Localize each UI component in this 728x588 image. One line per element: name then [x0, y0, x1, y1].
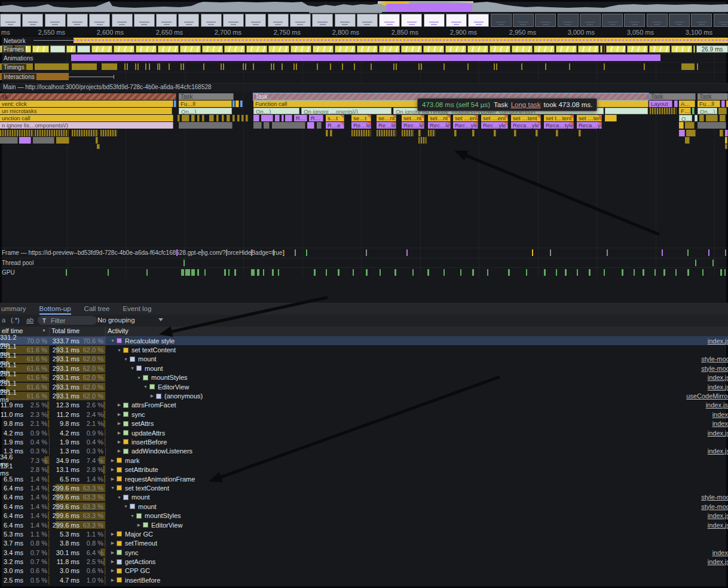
- flame-event-bar[interactable]: On ignore …onents\/): [301, 108, 391, 114]
- gpu-activity-mark[interactable]: [204, 269, 206, 276]
- table-row[interactable]: 11.9 ms2.5 %12.3 ms2.6 %▶attrsFromFaceti…: [0, 401, 728, 410]
- expand-icon[interactable]: ▶: [148, 394, 156, 398]
- flame-event-bar[interactable]: vent: click: [0, 100, 173, 107]
- filmstrip-thumbnail[interactable]: [89, 14, 110, 27]
- collapse-icon[interactable]: ▼: [109, 486, 117, 490]
- flame-event-bar[interactable]: Layout: [649, 100, 672, 107]
- gpu-activity-mark[interactable]: [654, 269, 656, 276]
- expand-icon[interactable]: ▶: [109, 532, 117, 537]
- timing-mark[interactable]: [145, 63, 146, 70]
- frame-block[interactable]: [202, 45, 223, 53]
- network-request-bar[interactable]: [74, 38, 728, 43]
- frame-block[interactable]: [114, 45, 134, 53]
- flame-event-bar[interactable]: [685, 137, 690, 144]
- table-row[interactable]: 13.1 ms2.8 %13.1 ms2.8 %▶setAttribute: [0, 465, 728, 474]
- flame-event-bar[interactable]: [191, 115, 195, 121]
- flame-event-bar[interactable]: On…): [698, 108, 717, 114]
- frame-block[interactable]: [290, 45, 311, 53]
- flame-event-bar[interactable]: [650, 108, 677, 114]
- flame-event-bar[interactable]: [514, 130, 516, 136]
- flame-event-bar[interactable]: [240, 100, 243, 107]
- gpu-activity-mark[interactable]: [427, 269, 429, 276]
- timing-mark[interactable]: [342, 63, 343, 70]
- flame-event-bar[interactable]: [179, 122, 233, 129]
- table-row[interactable]: 5.3 ms1.1 %5.3 ms1.1 %▶Major GC: [0, 529, 728, 538]
- flame-event-bar[interactable]: [222, 115, 224, 121]
- timing-mark[interactable]: [494, 63, 495, 70]
- flame-event-bar[interactable]: [377, 130, 396, 136]
- timing-mark[interactable]: [124, 63, 126, 70]
- timing-mark[interactable]: [421, 63, 422, 70]
- filmstrip[interactable]: [0, 14, 728, 28]
- expand-icon[interactable]: ▶: [115, 403, 123, 407]
- frame-block[interactable]: [445, 45, 466, 53]
- regex-icon[interactable]: (.*): [11, 316, 20, 324]
- collapse-icon[interactable]: ▼: [122, 504, 130, 508]
- filmstrip-thumbnail[interactable]: [580, 14, 601, 27]
- frame-track-mark[interactable]: [306, 249, 307, 256]
- gpu-activity-mark[interactable]: [366, 269, 368, 276]
- flame-event-bar[interactable]: [97, 144, 100, 149]
- flame-event-bar[interactable]: [686, 130, 696, 136]
- table-row[interactable]: 6.5 ms1.4 %6.5 ms1.4 %▶requestAnimationF…: [0, 474, 728, 483]
- gpu-activity-mark[interactable]: [272, 269, 274, 276]
- timing-mark[interactable]: [697, 63, 698, 70]
- frame-track-mark[interactable]: [708, 249, 709, 256]
- filmstrip-thumbnail[interactable]: [691, 14, 712, 27]
- timing-mark[interactable]: [317, 63, 318, 70]
- flame-event-bar[interactable]: [699, 115, 704, 121]
- filmstrip-thumbnail[interactable]: [290, 14, 311, 27]
- source-link[interactable]: index.js: [708, 447, 728, 455]
- timing-mark[interactable]: [545, 63, 546, 70]
- table-row[interactable]: 3.4 ms0.7 %30.1 ms6.4 %▶syncindex.: [0, 548, 728, 557]
- frame-block[interactable]: [50, 45, 65, 53]
- timing-mark[interactable]: [181, 63, 182, 70]
- expand-icon[interactable]: ▶: [109, 568, 117, 573]
- gpu-activity-mark[interactable]: [234, 269, 236, 276]
- gpu-activity-mark[interactable]: [460, 269, 461, 276]
- flame-event-bar[interactable]: set …ent: [453, 115, 478, 121]
- frame-block[interactable]: [649, 45, 670, 53]
- expand-icon[interactable]: ▶: [115, 431, 123, 435]
- flame-event-bar[interactable]: A…: [679, 100, 695, 107]
- gpu-activity-mark[interactable]: [565, 269, 567, 276]
- table-row[interactable]: 1.3 ms0.3 %1.3 ms0.3 %▶addWindowListener…: [0, 447, 728, 456]
- frame-track-mark[interactable]: [251, 249, 252, 256]
- collapse-icon[interactable]: ▼: [109, 339, 117, 343]
- flame-event-bar[interactable]: [698, 122, 726, 129]
- frame-block[interactable]: [423, 45, 444, 53]
- expand-icon[interactable]: ▶: [109, 550, 117, 555]
- filmstrip-thumbnail[interactable]: [156, 14, 177, 27]
- table-row[interactable]: 6.4 ms1.4 %299.6 ms63.3 %▼mountstyle-mod: [0, 493, 728, 502]
- timing-mark[interactable]: [418, 63, 420, 70]
- filmstrip-thumbnail[interactable]: [491, 14, 512, 27]
- gpu-activity-mark[interactable]: [443, 269, 445, 276]
- timing-mark[interactable]: [443, 63, 445, 70]
- gpu-activity-mark[interactable]: [185, 269, 190, 276]
- flame-event-bar[interactable]: [351, 130, 371, 136]
- task-bar[interactable]: sk: [0, 93, 176, 100]
- frame-block[interactable]: [600, 45, 602, 53]
- flame-event-bar[interactable]: Rec…le: [428, 122, 451, 129]
- flame-event-bar[interactable]: [472, 130, 475, 136]
- filmstrip-thumbnail[interactable]: [335, 14, 356, 27]
- expand-icon[interactable]: ▶: [115, 449, 123, 453]
- flame-event-bar[interactable]: [233, 115, 235, 121]
- task-bar[interactable]: Task: [649, 93, 696, 100]
- gpu-activity-mark[interactable]: [224, 269, 226, 276]
- frame-block[interactable]: [578, 45, 599, 53]
- filmstrip-thumbnail[interactable]: [513, 14, 534, 27]
- filmstrip-thumbnail[interactable]: [535, 14, 556, 27]
- timing-mark[interactable]: [644, 63, 645, 70]
- flame-event-bar[interactable]: On…): [179, 108, 232, 114]
- timing-mark[interactable]: [137, 63, 139, 70]
- timing-mark[interactable]: [604, 63, 605, 70]
- gpu-activity-mark[interactable]: [589, 269, 591, 276]
- flame-event-bar[interactable]: [692, 108, 695, 114]
- flame-event-bar[interactable]: R…: [294, 115, 307, 121]
- gpu-activity-mark[interactable]: [251, 269, 255, 276]
- thread-pool-mark[interactable]: [712, 260, 714, 266]
- filmstrip-thumbnail[interactable]: [424, 14, 445, 27]
- flame-event-bar[interactable]: [679, 130, 685, 136]
- timing-mark[interactable]: [293, 63, 295, 70]
